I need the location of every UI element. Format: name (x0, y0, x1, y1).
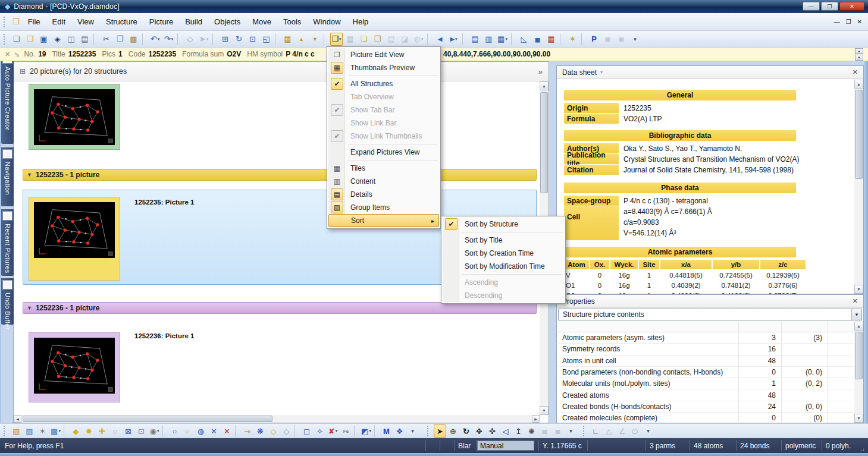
properties-row[interactable]: Atomic parameters (asym. sites) 3 (3) (558, 332, 853, 344)
atomic-cell: 16g (610, 271, 638, 280)
scroll-thumb[interactable] (23, 416, 272, 422)
property-name: Created atoms (558, 389, 739, 400)
resize-grip[interactable]: ⣠ (857, 440, 868, 451)
list-horizontal-scrollbar[interactable]: ◀ ▶ (14, 415, 540, 423)
scroll-down-icon[interactable]: ▼ (540, 406, 549, 415)
glyph: ▥ (485, 34, 492, 43)
properties-row[interactable]: Created atoms 48 (558, 389, 853, 401)
property-extra: (0) (782, 413, 828, 423)
scroll-up-icon[interactable]: ▲ (540, 81, 549, 90)
property-count: 0 (739, 367, 782, 378)
record-down-icon[interactable]: ▼ (855, 55, 863, 61)
structure-thumbnail[interactable] (29, 197, 120, 281)
scroll-thumb[interactable] (855, 332, 863, 379)
toolbar-grip[interactable] (427, 426, 431, 436)
group-header-1252235[interactable]: ▼ 1252235 - 1 picture (23, 169, 537, 181)
glyph: ◙ (606, 34, 610, 43)
scroll-thumb[interactable] (855, 90, 863, 179)
atomic-cell: 1 (639, 271, 659, 280)
properties-row[interactable]: Created bonds (H-bonds/contacts) 24 (0, … (558, 401, 853, 413)
glyph: ▤ (387, 34, 394, 43)
expand-chevron-icon[interactable]: » (538, 67, 543, 76)
property-count: 1 (739, 378, 782, 389)
collapse-arrow-icon[interactable]: ▼ (27, 305, 32, 311)
glyph: ❖ (396, 427, 403, 436)
record-field-value: 1 (118, 50, 123, 58)
status-bar: For Help, press F1 Blar Manual Y. 1.1766… (0, 438, 868, 453)
property-extra: (0, 2) (782, 378, 828, 389)
glyph: ❏ (361, 34, 368, 43)
group-header-1252236[interactable]: ▼ 1252236 - 1 picture (23, 302, 537, 314)
glyph: ▤ (471, 34, 478, 43)
glyph: ◻ (303, 427, 310, 436)
panel-close-icon[interactable]: ✕ (853, 68, 858, 76)
chevron-down-icon[interactable]: ▼ (851, 309, 861, 320)
properties-row[interactable]: Bond parameters (non-bonding contacts, H… (558, 367, 853, 378)
section-header-bibliographic: Bibliographic data (564, 130, 796, 141)
field-label: Formula (564, 114, 619, 124)
glyph: ◙ (619, 34, 624, 43)
scroll-left-icon[interactable]: ◀ (14, 415, 21, 423)
glyph: ⊸ (244, 427, 250, 436)
toolbar-grip[interactable] (4, 17, 8, 27)
data-sheet-header[interactable]: Data sheet ▾ ✕ (557, 66, 863, 79)
menu-item-icon (445, 247, 457, 259)
record-field-label: Title (52, 50, 65, 58)
window-right-border (864, 61, 868, 438)
record-close-icon[interactable]: ✕ (5, 51, 10, 58)
record-field: Title1252235 (52, 50, 96, 58)
scroll-thumb[interactable] (540, 92, 548, 193)
glyph: ◇ (187, 34, 193, 43)
property-count: 16 (739, 344, 782, 354)
mdi-minimize-button[interactable]: — (834, 18, 840, 25)
properties-scrollbar[interactable]: ▲ ▼ (854, 322, 863, 423)
structure-thumbnail[interactable] (29, 332, 120, 402)
field-label: Publication title (564, 154, 619, 164)
panel-title: Properties (562, 297, 595, 306)
menu-item-icon (445, 290, 457, 301)
minimize-button[interactable]: — (803, 2, 820, 11)
mdi-restore-button[interactable]: ❐ (846, 18, 851, 25)
structure-thumbnail[interactable] (29, 84, 120, 150)
properties-row[interactable]: Created molecules (complete) 0 (0) (558, 413, 853, 423)
picture-view-menu: ❒ Picture Edit View ▦ Thumbnails Preview… (327, 46, 441, 229)
record-up-icon[interactable]: ▲ (855, 48, 863, 54)
glyph: ◍ (198, 427, 204, 436)
menu-item-label: Sort by Creation Time (465, 249, 534, 257)
grid-icon: ⊞ (20, 67, 26, 76)
menu-item-label: Tab Overview (350, 93, 394, 101)
scroll-right-icon[interactable]: ▶ (532, 415, 540, 423)
properties-row[interactable]: Molecular units (mol./polym. sites) 1 (0… (558, 378, 853, 389)
properties-header[interactable]: Properties ✕ (557, 295, 863, 308)
collapse-arrow-icon[interactable]: ▼ (27, 172, 32, 178)
panel-close-icon[interactable]: ✕ (853, 297, 858, 305)
glyph: ✶ (569, 34, 576, 43)
toolbar-grip[interactable] (4, 34, 8, 45)
glyph: ✧ (317, 427, 323, 436)
close-button[interactable]: ✕ (839, 2, 864, 11)
record-field: Formula sumO2V (182, 50, 241, 58)
record-field-value: 1252235 (68, 50, 96, 58)
panel-menu-icon[interactable]: ▾ (600, 70, 603, 75)
scroll-down-icon[interactable]: ▼ (854, 285, 863, 294)
menu-item-label: Sort (351, 216, 364, 225)
glyph: ✺ (528, 427, 535, 436)
toolbar-grip[interactable] (583, 426, 587, 436)
properties-row[interactable]: Symmetry records 16 (558, 344, 853, 355)
scroll-up-icon[interactable]: ▲ (854, 80, 863, 89)
datasheet-scrollbar[interactable]: ▲ ▼ (854, 80, 863, 294)
menu-item-label: Sort by Structure (465, 220, 518, 228)
maximize-button[interactable]: ❐ (821, 2, 838, 11)
properties-row[interactable]: Atoms in unit cell 48 (558, 356, 853, 367)
mdi-close-button[interactable]: ✕ (857, 18, 862, 25)
scroll-down-icon[interactable]: ▼ (854, 414, 863, 423)
properties-selector[interactable]: Structure picture contents ▼ (558, 309, 862, 320)
scroll-up-icon[interactable]: ▲ (854, 322, 863, 331)
record-goto-icon[interactable]: ⇘ (14, 51, 19, 58)
glyph: ◈ (55, 34, 61, 43)
record-field: Pics1 (102, 50, 122, 58)
record-spinner: ▲ ▼ (855, 48, 863, 61)
glyph: ⊠ (125, 427, 131, 436)
toolbar-grip[interactable] (4, 426, 8, 436)
property-name: Created bonds (H-bonds/contacts) (558, 401, 739, 412)
